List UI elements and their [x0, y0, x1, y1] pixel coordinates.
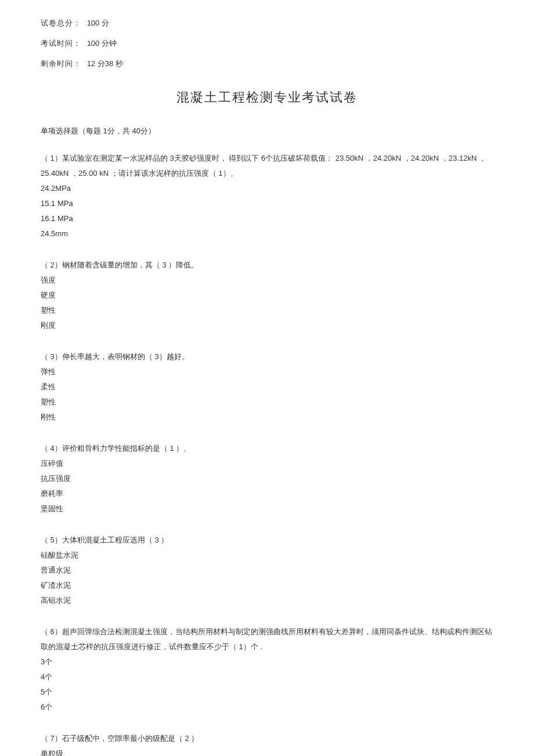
- question-option: 弹性: [41, 364, 493, 379]
- section-header: 单项选择题（每题 1分，共 40分）: [41, 125, 493, 138]
- question-option: 单粒级: [41, 746, 493, 756]
- question-5: （ 5）大体积混凝土工程应选用（ 3 ） 硅酸盐水泥 普通水泥 矿渣水泥 高铝水…: [41, 533, 493, 608]
- question-option: 塑性: [41, 395, 493, 410]
- question-option: 强度: [41, 273, 493, 288]
- question-option: 矿渣水泥: [41, 578, 493, 593]
- question-1: （ 1）某试验室在测定某一水泥样品的 3天胶砂强度时， 得到以下 6个抗压破坏荷…: [41, 151, 493, 241]
- question-text: （ 3）伸长率越大，表明钢材的（ 3）越好。: [41, 349, 493, 364]
- question-2: （ 2）钢材随着含碳量的增加，其（ 3 ）降低。 强度 硬度 塑性 刚度: [41, 258, 493, 333]
- question-6: （ 6）超声回弹综合法检测混凝土强度，当结构所用材料与制定的测强曲线所用材料有较…: [41, 624, 493, 715]
- question-text: （ 2）钢材随着含碳量的增加，其（ 3 ）降低。: [41, 258, 493, 273]
- question-text: （ 5）大体积混凝土工程应选用（ 3 ）: [41, 533, 493, 548]
- exam-title: 混凝土工程检测专业考试试卷: [41, 87, 493, 107]
- question-option: 塑性: [41, 303, 493, 318]
- question-option: 抗压强度: [41, 471, 493, 486]
- question-text: （ 4）评价粗骨料力学性能指标的是（ 1 ）。: [41, 441, 493, 456]
- question-7: （ 7）石子级配中，空隙率最小的级配是（ 2 ） 单粒级 连续粒级: [41, 731, 493, 756]
- question-option: 刚度: [41, 318, 493, 333]
- total-score-label: 试卷总分：: [41, 19, 81, 27]
- exam-time-label: 考试时间：: [41, 39, 81, 48]
- total-score-line: 试卷总分： 100 分: [41, 17, 493, 30]
- question-option: 高铝水泥: [41, 593, 493, 608]
- remain-time-label: 剩余时间：: [41, 59, 81, 68]
- question-option: 磨耗率: [41, 486, 493, 501]
- question-option: 24.5mm: [41, 226, 493, 241]
- question-text: （ 1）某试验室在测定某一水泥样品的 3天胶砂强度时， 得到以下 6个抗压破坏荷…: [41, 151, 493, 181]
- question-option: 5个: [41, 685, 493, 700]
- exam-time-line: 考试时间： 100 分钟: [41, 38, 493, 50]
- question-option: 3个: [41, 654, 493, 670]
- question-option: 压碎值: [41, 456, 493, 471]
- total-score-value: 100 分: [87, 19, 109, 27]
- question-4: （ 4）评价粗骨料力学性能指标的是（ 1 ）。 压碎值 抗压强度 磨耗率 坚固性: [41, 441, 493, 516]
- question-option: 柔性: [41, 379, 493, 395]
- question-option: 硬度: [41, 288, 493, 303]
- question-option: 硅酸盐水泥: [41, 548, 493, 563]
- exam-time-value: 100 分钟: [87, 39, 117, 48]
- question-option: 16.1 MPa: [41, 211, 493, 226]
- question-option: 4个: [41, 670, 493, 685]
- question-option: 坚固性: [41, 501, 493, 516]
- question-text: （ 7）石子级配中，空隙率最小的级配是（ 2 ）: [41, 731, 493, 746]
- question-text: （ 6）超声回弹综合法检测混凝土强度，当结构所用材料与制定的测强曲线所用材料有较…: [41, 624, 493, 654]
- remain-time-value: 12 分38 秒: [87, 59, 123, 68]
- question-option: 15.1 MPa: [41, 196, 493, 211]
- remain-time-line: 剩余时间： 12 分38 秒: [41, 58, 493, 70]
- question-option: 普通水泥: [41, 563, 493, 578]
- question-3: （ 3）伸长率越大，表明钢材的（ 3）越好。 弹性 柔性 塑性 刚性: [41, 349, 493, 425]
- question-option: 24.2MPa: [41, 181, 493, 196]
- question-option: 刚性: [41, 410, 493, 425]
- question-option: 6个: [41, 700, 493, 715]
